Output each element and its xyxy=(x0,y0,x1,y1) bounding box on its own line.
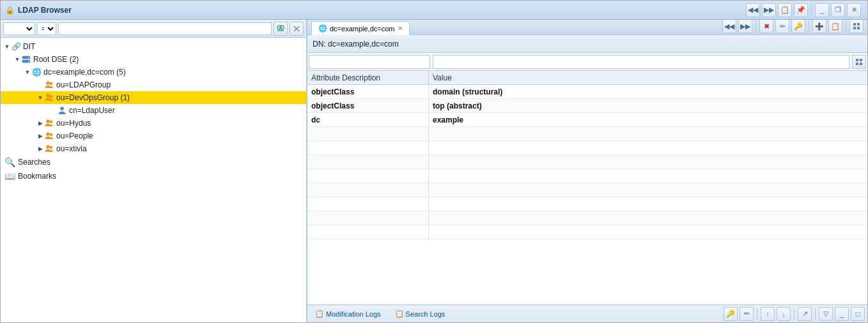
group-user-icon-3 xyxy=(45,119,54,128)
table-row[interactable]: objectClass domain (structural) xyxy=(307,85,867,99)
filter-value-input[interactable] xyxy=(58,22,272,35)
rt-sep1 xyxy=(756,20,756,32)
attr-search-btn[interactable] xyxy=(852,55,866,69)
bottom-btn-export[interactable]: ↗ xyxy=(798,307,812,321)
tree-item-dit[interactable]: ▼ 🔗 DIT xyxy=(1,40,306,53)
tab-modification-logs[interactable]: 📋 Modification Logs xyxy=(310,308,386,319)
toolbar-btn-fwd[interactable]: ▶▶ xyxy=(762,3,776,17)
tree-item-rootdse[interactable]: ▼ Root DSE (2) xyxy=(1,53,306,66)
dit-toggle[interactable]: ▼ xyxy=(3,43,11,50)
dn-text: DN: dc=example,dc=com xyxy=(310,40,401,49)
ou-hydus-toggle[interactable]: ▶ xyxy=(36,119,44,127)
rt-btn-fwd2[interactable]: ▶▶ xyxy=(738,20,752,33)
tree-item-ou-devopsgroup[interactable]: ▼ ou=DevOpsGroup (1) xyxy=(1,91,306,104)
table-row-empty xyxy=(307,169,867,183)
svg-rect-24 xyxy=(856,59,858,61)
svg-point-18 xyxy=(47,146,50,149)
rt-btn-add[interactable]: ➕ xyxy=(812,20,826,33)
bottom-btn-minimize[interactable]: ▽ xyxy=(819,307,833,321)
tab-icon: 🌐 xyxy=(318,24,327,33)
filter-operator-select[interactable]: = xyxy=(37,22,56,35)
bottom-btn-close2[interactable]: □ xyxy=(851,307,865,321)
rt-btn-delete[interactable]: ✖ xyxy=(759,20,773,33)
tree-item-bookmarks[interactable]: 📖 Bookmarks xyxy=(1,169,306,183)
main-content: = xyxy=(1,20,867,322)
toolbar-btn-paste[interactable]: 📌 xyxy=(794,3,808,17)
toolbar-sep1 xyxy=(811,3,812,15)
tab-bar: 🌐 dc=example,dc=com ✕ ◀◀ ▶▶ ✖ ✏ 🔑 ➕ 📋 xyxy=(307,20,867,35)
dc-example-toggle[interactable]: ▼ xyxy=(24,68,31,76)
bottom-sep1 xyxy=(757,308,757,320)
table-row-empty xyxy=(307,127,867,141)
ou-devopsgroup-toggle[interactable]: ▼ xyxy=(36,94,44,101)
rt-btn-back2[interactable]: ◀◀ xyxy=(722,20,736,33)
svg-point-10 xyxy=(50,82,52,85)
tree-item-ou-ldapgroup[interactable]: ▶ ou=LDAPGroup xyxy=(1,79,306,91)
bottom-btn-edit[interactable]: ✏ xyxy=(740,307,754,321)
table-row[interactable]: dc example xyxy=(307,113,867,127)
svg-rect-21 xyxy=(857,23,860,26)
svg-point-15 xyxy=(50,121,52,123)
tab-label: dc=example,dc=com xyxy=(330,25,395,33)
tree-item-cn-ldapuser[interactable]: ▶ cn=LdapUser xyxy=(1,104,306,117)
tab-close-btn[interactable]: ✕ xyxy=(398,25,403,32)
attr-cell-objectclass2: objectClass xyxy=(307,99,429,112)
filter-attribute-select[interactable] xyxy=(3,22,35,35)
bottom-btn-down[interactable]: ↓ xyxy=(777,307,791,321)
toolbar-btn-back[interactable]: ◀◀ xyxy=(746,3,760,17)
bottom-toolbar: 🔑 ✏ ↑ ↓ ↗ ▽ _ □ xyxy=(724,307,865,321)
title-bar: 🔒 LDAP Browser ◀◀ ▶▶ 📋 📌 _ ❐ ✕ xyxy=(1,1,867,20)
toolbar-btn-copy[interactable]: 📋 xyxy=(778,3,792,17)
tree-item-ou-hydus[interactable]: ▶ ou=Hydus xyxy=(1,117,306,130)
bottom-bar: 📋 Modification Logs 📋 Search Logs 🔑 ✏ ↑ … xyxy=(307,304,867,322)
group-icon xyxy=(276,24,285,33)
cn-ldapuser-icon xyxy=(57,105,67,116)
toolbar-btn-minimize[interactable]: _ xyxy=(815,3,829,17)
tree-item-ou-xtivia[interactable]: ▶ ou=xtivia xyxy=(1,142,306,155)
svg-point-19 xyxy=(50,146,52,149)
tree-item-searches[interactable]: 🔍 Searches xyxy=(1,155,306,169)
svg-point-9 xyxy=(47,82,50,85)
attr-cell-objectclass1: objectClass xyxy=(307,85,429,98)
attr-cell-dc: dc xyxy=(307,113,429,126)
ou-people-toggle[interactable]: ▶ xyxy=(36,132,44,140)
filter-clear-btn[interactable] xyxy=(290,22,304,36)
server-icon xyxy=(22,55,31,64)
group-user-icon-2 xyxy=(45,93,54,102)
rt-btn-edit[interactable]: ✏ xyxy=(775,20,789,33)
svg-rect-27 xyxy=(860,63,862,65)
svg-rect-23 xyxy=(857,27,860,29)
rootdse-toggle[interactable]: ▼ xyxy=(13,56,21,63)
rt-sep2 xyxy=(809,20,809,32)
attr-cell-empty xyxy=(307,127,429,140)
bottom-btn-up[interactable]: ↑ xyxy=(761,307,775,321)
dit-icon: 🔗 xyxy=(11,41,21,52)
rt-btn-grid[interactable] xyxy=(849,20,864,33)
filter-apply-btn[interactable] xyxy=(274,22,288,36)
toolbar-btn-close[interactable]: ✕ xyxy=(847,3,861,17)
val-cell-domain: domain (structural) xyxy=(429,87,867,96)
bottom-btn-key[interactable]: 🔑 xyxy=(724,307,738,321)
rt-btn-add2[interactable]: 📋 xyxy=(828,20,842,33)
ou-xtivia-toggle[interactable]: ▶ xyxy=(36,145,44,153)
rt-sep3 xyxy=(846,20,846,32)
table-row[interactable]: objectClass top (abstract) xyxy=(307,99,867,113)
tab-dc-example[interactable]: 🌐 dc=example,dc=com ✕ xyxy=(311,21,410,35)
dit-label: DIT xyxy=(23,42,35,51)
searches-label: Searches xyxy=(18,158,50,167)
tab-search-logs[interactable]: 📋 Search Logs xyxy=(390,308,451,319)
tree-item-ou-people[interactable]: ▶ ou=People xyxy=(1,130,306,142)
svg-point-7 xyxy=(28,57,29,58)
ou-people-label: ou=People xyxy=(56,131,93,140)
table-row-empty xyxy=(307,211,867,225)
tree-item-dc-example[interactable]: ▼ 🌐 dc=example,dc=com (5) xyxy=(1,66,306,79)
value-search-input[interactable] xyxy=(433,55,849,69)
bookmarks-label: Bookmarks xyxy=(18,172,56,181)
ou-people-icon xyxy=(44,131,54,141)
toolbar-btn-restore[interactable]: ❐ xyxy=(831,3,845,17)
bottom-btn-restore2[interactable]: _ xyxy=(835,307,849,321)
table-row-empty xyxy=(307,183,867,197)
attr-search-input[interactable] xyxy=(309,55,430,69)
rt-btn-key[interactable]: 🔑 xyxy=(791,20,805,33)
svg-rect-22 xyxy=(853,27,856,29)
